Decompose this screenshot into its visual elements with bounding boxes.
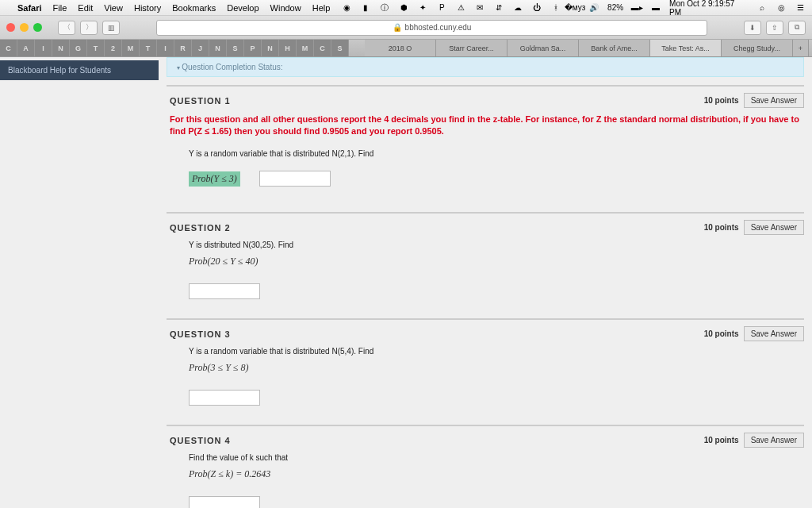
- new-tab-button[interactable]: +: [793, 40, 809, 56]
- tab-A[interactable]: A: [17, 40, 35, 56]
- wifi-icon: �муз: [569, 2, 580, 13]
- tab-wide-4[interactable]: Take Test: As...: [650, 40, 722, 56]
- answer-input[interactable]: [259, 171, 331, 187]
- tab-C[interactable]: C: [0, 40, 17, 56]
- tabs-button[interactable]: ⧉: [788, 21, 806, 35]
- main-content: Question Completion Status: QUESTION 1 1…: [159, 57, 812, 508]
- instruction-text: For this question and all other question…: [170, 114, 801, 138]
- question-body: Y is a random variable that is distribut…: [189, 347, 801, 356]
- menu-icon[interactable]: ☰: [795, 2, 806, 13]
- macos-menubar: Safari File Edit View History Bookmarks …: [0, 0, 812, 16]
- download-button[interactable]: ⬇: [744, 21, 761, 35]
- browser-toolbar: 〈 〉 ▥ 🔒 bbhosted.cuny.edu ⬇ ⇧ ⧉: [0, 16, 812, 40]
- power-icon: ⏻: [531, 2, 542, 13]
- tab-wide-5[interactable]: Chegg Study...: [722, 40, 793, 56]
- question-body: Find the value of k such that: [189, 453, 801, 462]
- help-link[interactable]: Blackboard Help for Students: [0, 60, 159, 80]
- formula: Prob(20 ≤ Y ≤ 40): [189, 256, 801, 267]
- save-answer-button[interactable]: Save Answer: [744, 93, 804, 108]
- tab-H[interactable]: H: [279, 40, 297, 56]
- formula: Prob(Z ≤ k) = 0.2643: [189, 468, 801, 480]
- battery-text: 82%: [607, 3, 623, 12]
- tab-M[interactable]: M: [297, 40, 314, 56]
- bluetooth-icon: ᚼ: [550, 2, 561, 13]
- formula: Prob(3 ≤ Y ≤ 8): [189, 362, 801, 374]
- back-button[interactable]: 〈: [58, 21, 75, 35]
- tab-R[interactable]: R: [174, 40, 192, 56]
- question-2: QUESTION 2 10 points Save AnswerY is dis…: [167, 212, 804, 318]
- info-icon: ⓘ: [379, 2, 390, 13]
- answer-input[interactable]: [189, 496, 260, 508]
- answer-input[interactable]: [189, 283, 260, 299]
- question-1: QUESTION 1 10 points Save AnswerFor this…: [167, 85, 804, 212]
- formula: Prob(Y ≤ 3): [189, 171, 240, 187]
- tab-N[interactable]: N: [52, 40, 70, 56]
- tab-2[interactable]: 2: [105, 40, 122, 56]
- tab-N[interactable]: N: [262, 40, 279, 56]
- flag-us-icon: ▬: [650, 2, 661, 13]
- tab-wide-0[interactable]: 2018 O: [365, 40, 436, 56]
- url-bar[interactable]: 🔒 bbhosted.cuny.edu: [156, 20, 707, 36]
- search-icon[interactable]: ⌕: [756, 2, 768, 13]
- menu-history[interactable]: History: [134, 3, 161, 13]
- tab-T[interactable]: T: [140, 40, 157, 56]
- menu-file[interactable]: File: [53, 3, 67, 13]
- tab-I[interactable]: I: [35, 40, 52, 56]
- answer-input[interactable]: [189, 390, 260, 406]
- clock: Mon Oct 2 9:19:57 PM: [669, 0, 749, 17]
- tab-M[interactable]: M: [122, 40, 140, 56]
- lock-icon: 🔒: [393, 23, 402, 32]
- menu-edit[interactable]: Edit: [78, 3, 93, 13]
- battery-icon: ▬▸: [631, 2, 642, 13]
- save-answer-button[interactable]: Save Answer: [744, 433, 804, 448]
- menu-develop[interactable]: Develop: [227, 3, 259, 13]
- question-4: QUESTION 4 10 points Save AnswerFind the…: [167, 425, 804, 508]
- points-label: 10 points: [704, 436, 739, 444]
- share-button[interactable]: ⇧: [766, 21, 783, 35]
- tab-G[interactable]: G: [70, 40, 87, 56]
- minimize-window-button[interactable]: [20, 23, 29, 32]
- cloud-icon: ⬢: [398, 2, 409, 13]
- volume-icon: 🔊: [588, 2, 599, 13]
- menu-help[interactable]: Help: [312, 3, 331, 13]
- forward-button[interactable]: 〉: [80, 21, 98, 35]
- tab-C[interactable]: C: [314, 40, 331, 56]
- tab-T[interactable]: T: [87, 40, 105, 56]
- chat-icon: ✉: [474, 2, 485, 13]
- tab-wide-2[interactable]: Goldman Sa...: [508, 40, 579, 56]
- p-icon: P: [436, 2, 447, 13]
- tab-S[interactable]: S: [227, 40, 244, 56]
- points-label: 10 points: [704, 329, 739, 338]
- points-label: 10 points: [704, 96, 739, 105]
- dropbox-icon: ⇵: [493, 2, 504, 13]
- warn-icon: ⚠: [455, 2, 466, 13]
- question-3: QUESTION 3 10 points Save AnswerY is a r…: [167, 318, 804, 425]
- menu-bookmarks[interactable]: Bookmarks: [172, 3, 216, 13]
- siri-icon[interactable]: ◎: [776, 2, 787, 13]
- eye-icon: ◉: [341, 2, 352, 13]
- completion-status[interactable]: Question Completion Status:: [167, 57, 804, 77]
- tab-J[interactable]: J: [192, 40, 209, 56]
- url-text: bbhosted.cuny.edu: [405, 23, 472, 32]
- tab-N[interactable]: N: [209, 40, 227, 56]
- save-answer-button[interactable]: Save Answer: [744, 326, 804, 341]
- menu-view[interactable]: View: [104, 3, 123, 13]
- cloud2-icon: ☁: [512, 2, 523, 13]
- question-body: Y is distributed N(30,25). Find: [189, 241, 801, 249]
- sidebar: Blackboard Help for Students: [0, 57, 159, 508]
- tab-bar: CAINGT2MTIRJNSPNHMCS2018 OStarr Career..…: [0, 40, 812, 57]
- flag-icon: ▮: [360, 2, 371, 13]
- close-window-button[interactable]: [6, 23, 15, 32]
- points-label: 10 points: [704, 223, 739, 232]
- tab-S[interactable]: S: [331, 40, 349, 56]
- save-answer-button[interactable]: Save Answer: [744, 220, 804, 235]
- evernote-icon: ✦: [417, 2, 428, 13]
- tab-I[interactable]: I: [157, 40, 174, 56]
- sidebar-button[interactable]: ▥: [102, 21, 120, 35]
- maximize-window-button[interactable]: [33, 23, 42, 32]
- tab-P[interactable]: P: [244, 40, 262, 56]
- tab-wide-3[interactable]: Bank of Ame...: [579, 40, 650, 56]
- menu-window[interactable]: Window: [270, 3, 301, 13]
- app-name[interactable]: Safari: [17, 3, 42, 13]
- tab-wide-1[interactable]: Starr Career...: [436, 40, 508, 56]
